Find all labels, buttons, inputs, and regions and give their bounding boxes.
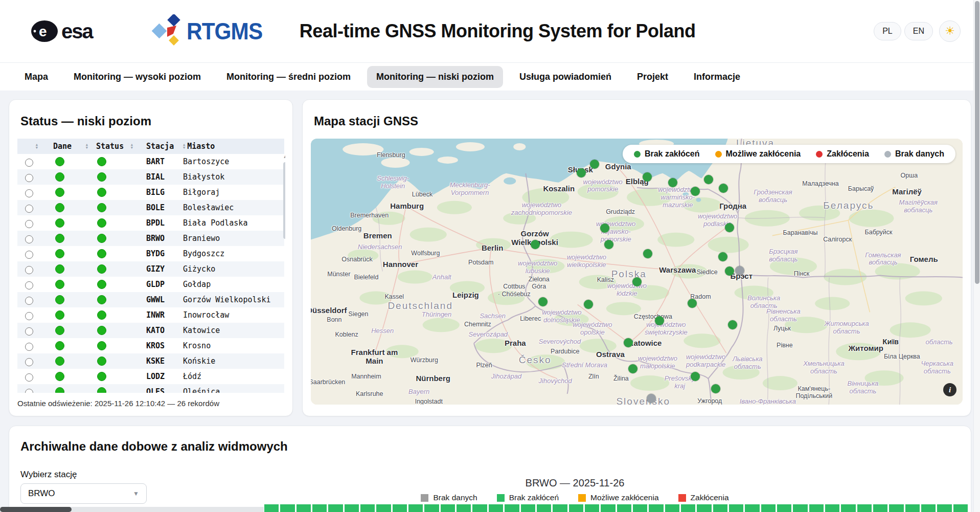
table-row[interactable]: GIZYGiżycko [17, 261, 284, 277]
tab-monitoring-sredni[interactable]: Monitoring — średni poziom [217, 66, 360, 88]
station-marker[interactable] [711, 384, 720, 393]
station-radio[interactable] [25, 343, 33, 351]
table-body: BARTBartoszyceBIALBiałystokBILGBiłgorajB… [17, 154, 284, 393]
map-place-label: Schleswig-Holstein [377, 175, 409, 190]
station-marker[interactable] [624, 338, 633, 347]
horizontal-scroll-thumb[interactable] [0, 507, 72, 512]
station-marker[interactable] [719, 184, 728, 193]
station-marker[interactable] [725, 223, 734, 232]
station-radio[interactable] [25, 220, 33, 228]
tab-projekt[interactable]: Projekt [628, 66, 677, 88]
table-row[interactable]: BILGBiłgoraj [17, 185, 284, 200]
scroll-up-icon[interactable]: ▲ [282, 154, 285, 159]
table-row[interactable]: BIALBiałystok [17, 169, 284, 185]
station-marker[interactable] [590, 160, 599, 169]
station-radio[interactable] [25, 266, 33, 274]
station-marker[interactable] [728, 320, 737, 329]
station-marker[interactable] [691, 187, 700, 196]
station-marker[interactable] [647, 394, 656, 403]
station-marker[interactable] [704, 175, 713, 184]
table-scrollbar[interactable]: ▲ ▼ [282, 154, 285, 393]
tab-usluga-powiadomien[interactable]: Usługa powiadomień [510, 66, 621, 88]
table-row[interactable]: BARTBartoszyce [17, 154, 284, 169]
sort-icon[interactable]: ▲▼ [86, 143, 88, 149]
lang-en-button[interactable]: EN [904, 22, 933, 40]
station-radio[interactable] [25, 358, 33, 366]
table-row[interactable]: BPDLBiała Podlaska [17, 215, 284, 231]
station-code: GWWL [135, 295, 181, 304]
tab-mapa[interactable]: Mapa [15, 66, 57, 88]
station-radio[interactable] [25, 205, 33, 213]
table-row[interactable]: BOLEBolesławiec [17, 200, 284, 215]
map-place-label: Гродна [717, 202, 746, 210]
lang-pl-button[interactable]: PL [874, 22, 901, 40]
page-title: Real-time GNSS Monitoring System for Pol… [300, 20, 696, 42]
station-radio[interactable] [25, 159, 33, 167]
station-marker[interactable] [688, 299, 697, 308]
spectral-chart-header: BRWO — 2025-11-26 Brak danychBrak zakłóc… [264, 477, 885, 502]
sort-icon[interactable]: ▲▼ [131, 143, 133, 149]
table-row[interactable]: BRWOBraniewo [17, 231, 284, 246]
station-select[interactable]: BRWO ▼ [20, 483, 147, 504]
station-marker[interactable] [632, 277, 642, 286]
station-radio[interactable] [25, 297, 33, 305]
station-marker[interactable] [718, 252, 727, 261]
table-row[interactable]: OLESOleśnica [17, 384, 284, 393]
theme-toggle-button[interactable]: ☀ [939, 20, 961, 42]
status-strip-chart [264, 504, 968, 512]
sun-icon: ☀ [945, 26, 955, 37]
station-radio[interactable] [25, 327, 33, 336]
station-radio[interactable] [25, 312, 33, 320]
station-marker[interactable] [643, 249, 652, 258]
station-code: BPDL [135, 218, 181, 228]
station-marker[interactable] [668, 178, 677, 187]
table-row[interactable]: INWRInowrocław [17, 307, 284, 323]
station-marker[interactable] [655, 316, 664, 325]
station-marker[interactable] [531, 240, 540, 249]
station-marker[interactable] [577, 168, 586, 177]
station-marker[interactable] [691, 372, 700, 381]
table-row[interactable]: GWWLGorzów Wielkopolski [17, 292, 284, 307]
tab-monitoring-wysoki[interactable]: Monitoring — wysoki poziom [64, 66, 210, 88]
status-dot [97, 372, 106, 381]
gnss-map[interactable]: FlensburgSchleswig-HolsteinLübeckHamburg… [311, 139, 963, 405]
station-marker[interactable] [538, 297, 548, 306]
station-radio[interactable] [25, 251, 33, 259]
station-marker[interactable] [725, 266, 734, 276]
status-dot [97, 387, 106, 393]
table-row[interactable]: KATOKatowice [17, 323, 284, 338]
station-marker[interactable] [600, 224, 609, 233]
table-row[interactable]: KSKEKońskie [17, 353, 284, 369]
station-marker[interactable] [628, 364, 637, 373]
map-place-label: Пінск [794, 270, 809, 277]
station-marker[interactable] [604, 240, 613, 249]
status-segment [921, 504, 936, 512]
map-place-label: województwołódzkie [607, 282, 647, 298]
station-radio[interactable] [25, 281, 33, 290]
map-place-label: Гродзенскаявобласць [754, 189, 792, 204]
sort-icon[interactable]: ▲▼ [183, 143, 185, 149]
table-row[interactable]: GLDPGołdap [17, 277, 284, 292]
station-radio[interactable] [25, 373, 33, 382]
station-city: Końskie [181, 357, 284, 366]
table-row[interactable]: LODZŁódź [17, 369, 284, 384]
station-radio[interactable] [25, 174, 33, 182]
station-radio[interactable] [25, 189, 33, 197]
vertical-scroll-thumb[interactable] [975, 1, 979, 284]
info-icon[interactable]: i [943, 383, 956, 396]
station-marker[interactable] [735, 266, 744, 275]
table-row[interactable]: BYDGBydgoszcz [17, 246, 284, 261]
station-marker[interactable] [643, 172, 652, 182]
table-scroll-thumb[interactable] [283, 162, 285, 239]
tab-informacje[interactable]: Informacje [685, 66, 749, 88]
station-radio[interactable] [25, 235, 33, 243]
station-radio[interactable] [25, 389, 33, 393]
legend-dot-icon [884, 151, 891, 158]
map-place-label: województwozachodniopomorskie [511, 202, 572, 217]
sort-icon[interactable]: ▲▼ [36, 143, 38, 149]
vertical-scrollbar[interactable] [973, 0, 980, 512]
map-place-label: Хмельницькаобласть [803, 360, 845, 375]
station-marker[interactable] [584, 300, 593, 309]
table-row[interactable]: KROSKrosno [17, 338, 284, 353]
tab-monitoring-niski[interactable]: Monitoring — niski poziom [367, 66, 503, 88]
